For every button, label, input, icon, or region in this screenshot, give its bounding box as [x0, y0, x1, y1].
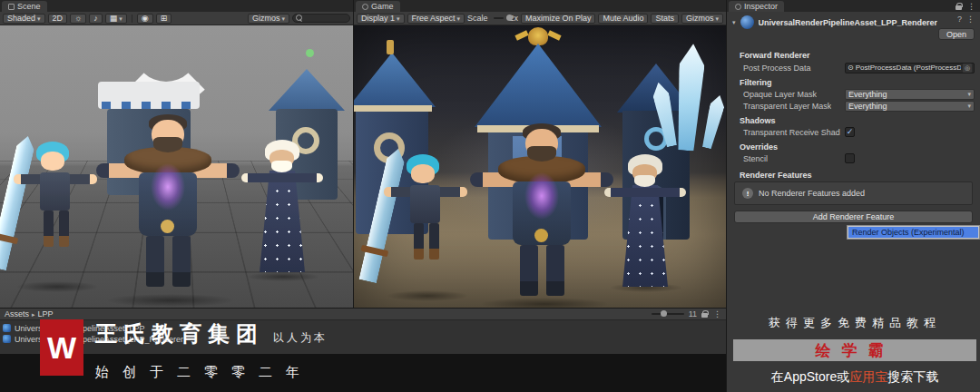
warrior-character — [94, 107, 241, 299]
field-label: Stencil — [727, 154, 768, 163]
add-renderer-feature-button[interactable]: Add Renderer Feature — [734, 211, 973, 223]
purple-smoke-effect — [151, 163, 185, 211]
stats-toggle[interactable]: Stats — [651, 14, 679, 24]
scene-visibility-toggle[interactable]: ◉ — [137, 14, 153, 24]
warrior-character — [468, 116, 615, 302]
scene-search-input[interactable] — [292, 14, 350, 23]
mute-audio-label: Mute Audio — [603, 14, 643, 23]
2d-toggle[interactable]: 2D — [48, 14, 68, 24]
info-icon: ! — [742, 188, 753, 199]
ornament-wing — [514, 30, 528, 40]
chevron-down-icon: ▾ — [281, 15, 285, 22]
chevron-down-icon: ▾ — [119, 15, 122, 22]
lock-icon[interactable] — [701, 310, 709, 318]
scene-lighting-toggle[interactable]: ☼ — [70, 14, 86, 24]
dropdown-item-render-objects[interactable]: Render Objects (Experimental) — [848, 227, 978, 238]
thumbnail-size-slider[interactable] — [652, 313, 684, 315]
aspect-ratio-dropdown[interactable]: Free Aspect ▾ — [407, 14, 466, 24]
field-transparent-layer-mask: Transparent Layer Mask Everything ▾ — [727, 100, 980, 112]
kid-character — [379, 149, 470, 294]
breadcrumb-lpp[interactable]: LPP — [38, 309, 54, 318]
transparent-receive-shadows-checkbox[interactable]: ✓ — [845, 127, 855, 137]
stencil-checkbox[interactable] — [845, 153, 855, 163]
tower-roof — [475, 44, 602, 127]
object-icon: ⊙ — [848, 64, 854, 72]
empty-message: No Renderer Features added — [759, 189, 865, 198]
chevron-down-icon: ▾ — [967, 91, 971, 97]
light-gizmo-icon — [306, 49, 314, 57]
promo-banner: 绘学霸 — [733, 339, 976, 361]
beard — [153, 137, 182, 152]
game-tab-icon — [362, 4, 368, 10]
field-post-process-data: Post Process Data ⊙ PostProcessData (Pos… — [727, 62, 980, 74]
scene-view-panel: Scene Shaded ▾ 2D ☼ ♪ ▦ ▾ ◉ — [0, 0, 353, 308]
object-picker-icon[interactable]: ◎ — [963, 64, 972, 73]
beard — [271, 161, 292, 172]
lock-icon[interactable] — [956, 3, 963, 11]
open-button[interactable]: Open — [938, 28, 975, 40]
game-viewport[interactable] — [354, 25, 726, 308]
chevron-down-icon: ▾ — [37, 15, 41, 22]
game-toolbar: Display 1 ▾ Free Aspect ▾ Scale 2x Maxim… — [354, 12, 726, 25]
shading-mode-label: Shaded — [7, 14, 35, 23]
section-header: Shadows — [727, 116, 776, 125]
scene-effects-dropdown[interactable]: ▦ ▾ — [105, 14, 127, 24]
dropdown-value: Everything — [848, 90, 887, 99]
display-dropdown[interactable]: Display 1 ▾ — [357, 14, 405, 24]
scene-grid-toggle[interactable]: ⊞ — [156, 14, 172, 24]
game-gizmos-dropdown[interactable]: Gizmos ▾ — [681, 14, 723, 24]
renderer-feature-popup: Render Objects (Experimental) — [847, 225, 980, 240]
inspector-title-row: ▾ UniversalRenderPipelineAsset_LPP_Rende… — [732, 15, 937, 29]
menu-dots-icon[interactable]: ⋮ — [713, 309, 721, 318]
section-header: Forward Renderer — [727, 51, 810, 60]
maximize-on-play-toggle[interactable]: Maximize On Play — [521, 14, 596, 24]
scene-tabbar: Scene — [0, 0, 353, 12]
section-header: Filtering — [727, 78, 772, 87]
beard — [634, 175, 655, 187]
stats-label: Stats — [655, 14, 674, 23]
company-slogan: 以人为本 — [273, 330, 328, 346]
tab-game[interactable]: Game — [356, 1, 400, 12]
field-label: Post Process Data — [727, 64, 811, 73]
leg — [172, 236, 191, 287]
breadcrumb-assets[interactable]: Assets — [5, 309, 29, 318]
help-icon[interactable]: ? — [957, 15, 962, 24]
thumbnail-size-knob[interactable] — [661, 310, 667, 317]
menu-dots-icon[interactable]: ⋮ — [967, 2, 975, 11]
mage-character — [604, 154, 686, 286]
scale-slider[interactable] — [494, 17, 505, 19]
game-view-panel: Game Display 1 ▾ Free Aspect ▾ Scale 2x … — [354, 0, 726, 308]
tower-roof — [354, 53, 436, 107]
sun-icon: ☼ — [74, 14, 82, 23]
shading-mode-dropdown[interactable]: Shaded ▾ — [3, 14, 45, 24]
promo-line2-prefix: 在AppStore或 — [771, 369, 849, 384]
scene-gizmos-dropdown[interactable]: Gizmos ▾ — [248, 14, 289, 24]
game-gizmos-label: Gizmos — [686, 14, 714, 23]
section-renderer-features: Renderer Features — [727, 169, 980, 181]
tab-scene[interactable]: Scene — [2, 1, 47, 12]
scene-audio-toggle[interactable]: ♪ — [89, 14, 103, 24]
scene-viewport[interactable] — [0, 25, 353, 308]
mute-audio-toggle[interactable]: Mute Audio — [598, 14, 648, 24]
field-label: Transparent Layer Mask — [727, 102, 831, 111]
transparent-layer-mask-dropdown[interactable]: Everything ▾ — [845, 101, 975, 112]
scene-tab-label: Scene — [17, 2, 41, 11]
tower-trim — [354, 105, 432, 112]
post-process-data-object-field[interactable]: ⊙ PostProcessData (PostProcessData) ◎ — [845, 63, 975, 74]
pipeline-asset-icon — [3, 335, 11, 343]
gold-helmet-ornament — [528, 27, 548, 45]
field-label: Opaque Layer Mask — [727, 90, 817, 99]
leg — [429, 223, 439, 260]
section-header: Overrides — [727, 142, 778, 152]
foldout-icon[interactable]: ▾ — [732, 19, 736, 25]
chevron-right-icon: ▸ — [32, 311, 35, 318]
menu-dots-icon[interactable]: ⋮ — [966, 15, 975, 24]
maximize-on-play-label: Maximize On Play — [525, 14, 592, 23]
2d-toggle-label: 2D — [53, 14, 64, 23]
leg — [520, 245, 538, 296]
brand-logo-letter: W — [47, 330, 76, 366]
opaque-layer-mask-dropdown[interactable]: Everything ▾ — [845, 89, 975, 100]
scale-slider-knob[interactable] — [506, 15, 513, 21]
tab-inspector[interactable]: Inspector — [729, 1, 784, 12]
inspector-asset-title: UniversalRenderPipelineAsset_LPP_Rendere… — [759, 18, 938, 27]
